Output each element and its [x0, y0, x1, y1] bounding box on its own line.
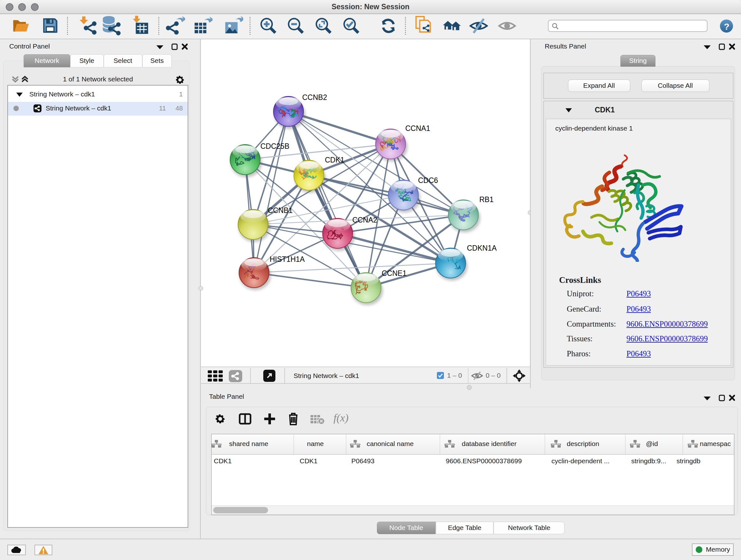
svg-text:CCNB2: CCNB2: [302, 93, 327, 102]
svg-text:CCNA1: CCNA1: [405, 124, 430, 132]
svg-text:CDK1: CDK1: [325, 156, 344, 164]
svg-text:CDKN1A: CDKN1A: [467, 244, 497, 252]
svg-text:CDC25B: CDC25B: [260, 142, 289, 150]
svg-text:CCNA2: CCNA2: [352, 216, 377, 224]
svg-text:HIST1H1A: HIST1H1A: [270, 255, 305, 263]
svg-text:CCNE1: CCNE1: [382, 269, 407, 277]
svg-text:CCNB1: CCNB1: [268, 206, 293, 214]
svg-text:RB1: RB1: [479, 195, 494, 204]
svg-text:CDC6: CDC6: [418, 176, 438, 185]
